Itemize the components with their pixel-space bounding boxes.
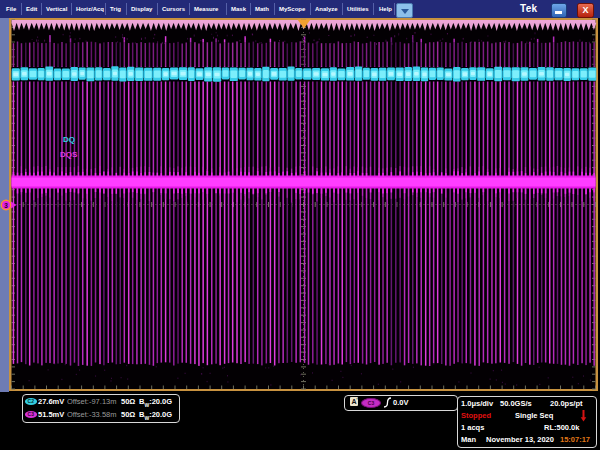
svg-text:3: 3 bbox=[4, 202, 8, 209]
svg-text:DQS: DQS bbox=[60, 150, 78, 159]
svg-text:DQ: DQ bbox=[63, 135, 75, 144]
